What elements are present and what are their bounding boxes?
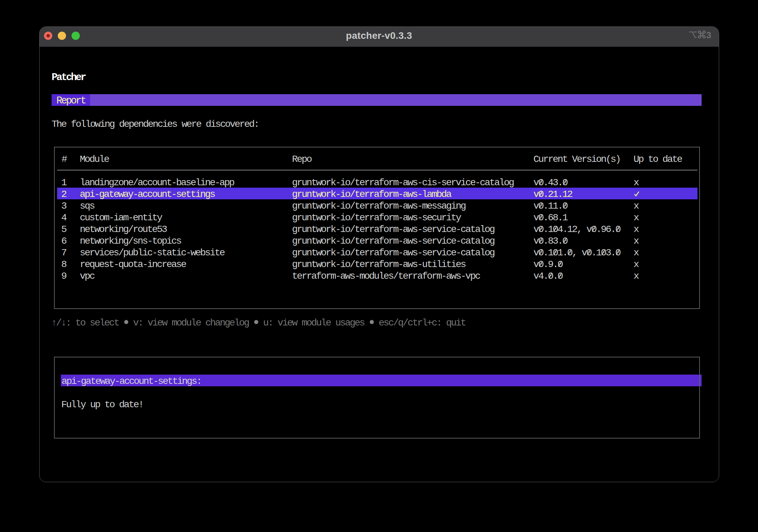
svg-text:3: 3: [706, 30, 711, 39]
